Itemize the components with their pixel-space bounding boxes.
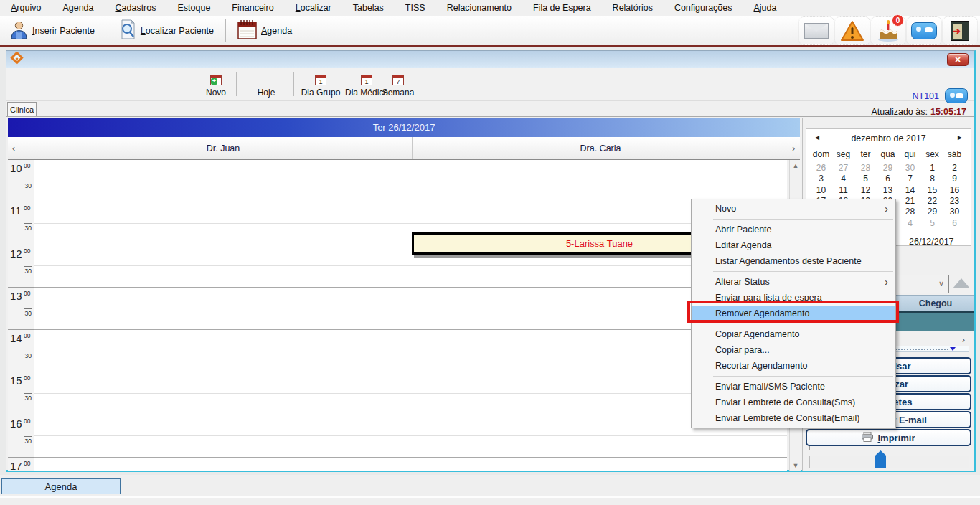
column-header-dra-carla[interactable]: Dra. Carla [413,137,788,159]
context-menu-item-novo[interactable]: Novo› [692,201,895,217]
toolbar-button-hoje[interactable]: Hoje [243,70,289,100]
calendar-day[interactable]: 22 [921,196,943,207]
calendar-day[interactable]: 8 [921,174,943,184]
context-menu-item-enviar-email-sms-paciente[interactable]: Enviar Email/SMS Paciente [692,379,895,395]
scroll-down-icon[interactable]: ▼ [790,460,801,471]
context-menu-item-editar-agenda[interactable]: Editar Agenda [692,237,895,253]
context-menu-item-alterar-status[interactable]: Alterar Status› [692,274,895,290]
calendar-day[interactable]: 1 [921,163,943,174]
menu-estoque[interactable]: Estoque [166,1,221,15]
find-patient-button[interactable]: Localizar Paciente [113,17,220,44]
menu-localizar[interactable]: Localizar [285,1,342,15]
context-menu-item-abrir-paciente[interactable]: Abrir Paciente [692,222,895,237]
hscroll-right-icon[interactable]: › [962,335,965,345]
insert-patient-button[interactable]: Inserir Paciente [4,17,100,44]
column-header-dr-juan[interactable]: Dr. Juan [34,137,413,159]
alert-icon[interactable] [834,16,870,45]
schedule-grid[interactable]: 1000301100301200301300301400301500301600… [8,160,787,471]
calendar-day[interactable]: 4 [899,218,921,229]
calendar-day[interactable]: 2 [943,163,966,174]
contacts-icon[interactable] [906,16,942,45]
context-menu-item-enviar-lembrete-de-consulta-sms[interactable]: Enviar Lembrete de Consulta(Sms) [692,395,895,410]
calendar-day[interactable]: 13 [877,185,899,196]
calendar-day[interactable]: 5 [854,174,877,184]
slider-thumb[interactable] [875,450,886,468]
context-menu-item-listar-agendamentos-deste-paciente[interactable]: Listar Agendamentos deste Paciente [692,253,895,269]
toolbar-button-label: Hoje [258,88,275,98]
schedule-slot-row[interactable] [34,160,787,181]
schedule-slot-row[interactable] [34,372,787,394]
schedule-slot-row[interactable] [34,308,787,330]
calendar-day[interactable]: 21 [899,196,921,207]
calendar-day[interactable]: 5 [921,218,943,229]
menu-arquivo[interactable]: Arquivo [0,1,52,15]
schedule-slot-row[interactable] [34,436,787,458]
menu-ajuda[interactable]: Ajuda [743,1,788,15]
schedule-slot-row[interactable] [34,351,787,373]
menu-relato-rios[interactable]: Relatórios [602,1,664,15]
schedule-slot-row[interactable] [34,288,787,309]
toolbar-button-semana[interactable]: 7Semana [377,70,420,100]
calendar-day[interactable]: 28 [854,163,877,174]
menu-tiss[interactable]: TISS [395,1,436,15]
schedule-slot-row[interactable] [34,394,787,415]
time-gutter: 1000301100301200301300301400301500301600… [8,160,34,471]
calendar-day[interactable]: 10 [810,185,832,196]
schedule-slot-row[interactable] [34,415,787,437]
toolbar-button-novo[interactable]: +Novo [196,70,236,100]
calendar-day[interactable]: 14 [899,185,921,196]
collapse-up-icon[interactable] [953,278,970,288]
calendar-day[interactable]: 11 [832,185,854,196]
column-divider [438,160,438,471]
context-menu-item-recortar-agendamento[interactable]: Recortar Agendamento [692,358,895,374]
calendar-day[interactable]: 6 [943,218,966,229]
context-menu-item-enviar-lembrete-de-consulta-email[interactable]: Enviar Lembrete de Consulta(Email) [692,410,895,426]
imprimir-button[interactable]: Imprimir [806,429,971,446]
taskbar-tab-agenda[interactable]: Agenda [1,478,121,494]
calendar-day[interactable]: 16 [943,185,966,196]
calendar-day[interactable]: 7 [899,174,921,184]
calendar-day[interactable]: 9 [943,174,966,184]
next-month-icon[interactable]: ► [956,133,963,141]
birthday-icon[interactable]: 0 [870,16,906,45]
grid-rows[interactable] [34,160,787,471]
scroll-left-chevron-icon[interactable]: ‹ [8,137,34,159]
mail-icon[interactable] [798,16,834,45]
calendar-day[interactable]: 3 [810,174,832,184]
zoom-slider[interactable] [809,456,969,468]
calendar-day[interactable]: 29 [877,163,899,174]
menu-configurac-o-es[interactable]: Configurações [664,1,743,15]
calendar-day[interactable]: 23 [943,196,966,207]
agenda-button[interactable]: Agenda [232,17,298,44]
schedule-slot-row[interactable] [34,458,787,471]
context-menu-item-copiar-para[interactable]: Copiar para... [692,342,895,358]
calendar-day[interactable]: 27 [832,163,854,174]
calendar-day[interactable]: 29 [921,207,943,217]
calendar-day[interactable]: 12 [854,185,877,196]
mini-calendar-today[interactable]: 26/12/2017 [909,237,954,247]
calendar-day[interactable]: 30 [899,163,921,174]
scroll-up-icon[interactable]: ▲ [790,160,801,171]
calendar-day[interactable]: 15 [921,185,943,196]
exit-icon[interactable] [942,16,978,45]
schedule-slot-row[interactable] [34,202,787,224]
calendar-day[interactable]: 4 [832,174,854,184]
calendar-day[interactable]: 30 [943,207,966,217]
calendar-day[interactable]: 28 [899,207,921,217]
context-menu-item-copiar-agendamento[interactable]: Copiar Agendamento [692,326,895,342]
menu-cadastros[interactable]: Cadastros [105,1,167,15]
menu-tabelas[interactable]: Tabelas [342,1,395,15]
schedule-slot-row[interactable] [34,266,787,288]
schedule-slot-row[interactable] [34,330,787,351]
menu-relacionamento[interactable]: Relacionamento [436,1,522,15]
scroll-right-chevron-icon[interactable]: › [788,137,799,159]
calendar-day[interactable]: 6 [877,174,899,184]
schedule-slot-row[interactable] [34,181,787,203]
tab-clinica[interactable]: Clinica [7,102,37,117]
menu-financeiro[interactable]: Financeiro [221,1,284,15]
menu-fila-de-espera[interactable]: Fila de Espera [522,1,602,15]
close-button[interactable]: ✕ [947,53,969,66]
toolbar-button-dia-grupo[interactable]: 1Dia Grupo [298,70,344,100]
menu-agenda[interactable]: Agenda [52,1,104,15]
calendar-day[interactable]: 26 [810,163,832,174]
